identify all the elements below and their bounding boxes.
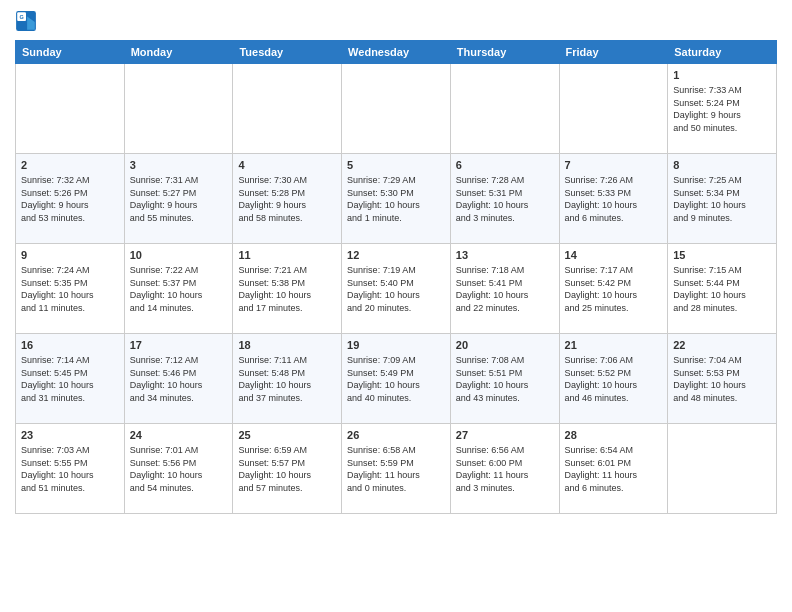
header: G (15, 10, 777, 32)
weekday-header-wednesday: Wednesday (342, 41, 451, 64)
day-info: Sunrise: 7:32 AM Sunset: 5:26 PM Dayligh… (21, 174, 119, 224)
day-number: 10 (130, 248, 228, 262)
day-info: Sunrise: 7:31 AM Sunset: 5:27 PM Dayligh… (130, 174, 228, 224)
calendar-cell: 10Sunrise: 7:22 AM Sunset: 5:37 PM Dayli… (124, 244, 233, 334)
day-number: 2 (21, 158, 119, 172)
calendar-cell: 19Sunrise: 7:09 AM Sunset: 5:49 PM Dayli… (342, 334, 451, 424)
calendar-cell (16, 64, 125, 154)
week-row-1: 1Sunrise: 7:33 AM Sunset: 5:24 PM Daylig… (16, 64, 777, 154)
day-info: Sunrise: 7:21 AM Sunset: 5:38 PM Dayligh… (238, 264, 336, 314)
calendar-cell: 28Sunrise: 6:54 AM Sunset: 6:01 PM Dayli… (559, 424, 668, 514)
day-number: 6 (456, 158, 554, 172)
calendar-cell: 8Sunrise: 7:25 AM Sunset: 5:34 PM Daylig… (668, 154, 777, 244)
day-info: Sunrise: 7:06 AM Sunset: 5:52 PM Dayligh… (565, 354, 663, 404)
day-info: Sunrise: 6:56 AM Sunset: 6:00 PM Dayligh… (456, 444, 554, 494)
day-number: 18 (238, 338, 336, 352)
day-info: Sunrise: 7:17 AM Sunset: 5:42 PM Dayligh… (565, 264, 663, 314)
day-info: Sunrise: 7:25 AM Sunset: 5:34 PM Dayligh… (673, 174, 771, 224)
weekday-header-saturday: Saturday (668, 41, 777, 64)
weekday-header-row: SundayMondayTuesdayWednesdayThursdayFrid… (16, 41, 777, 64)
calendar-cell: 13Sunrise: 7:18 AM Sunset: 5:41 PM Dayli… (450, 244, 559, 334)
day-number: 17 (130, 338, 228, 352)
calendar-cell (559, 64, 668, 154)
calendar: SundayMondayTuesdayWednesdayThursdayFrid… (15, 40, 777, 514)
calendar-cell: 15Sunrise: 7:15 AM Sunset: 5:44 PM Dayli… (668, 244, 777, 334)
day-info: Sunrise: 7:12 AM Sunset: 5:46 PM Dayligh… (130, 354, 228, 404)
page: G SundayMondayTuesdayWednesdayThursdayFr… (0, 0, 792, 612)
week-row-4: 16Sunrise: 7:14 AM Sunset: 5:45 PM Dayli… (16, 334, 777, 424)
logo: G (15, 10, 41, 32)
weekday-header-monday: Monday (124, 41, 233, 64)
logo-icon: G (15, 10, 37, 32)
day-number: 14 (565, 248, 663, 262)
week-row-5: 23Sunrise: 7:03 AM Sunset: 5:55 PM Dayli… (16, 424, 777, 514)
calendar-cell: 21Sunrise: 7:06 AM Sunset: 5:52 PM Dayli… (559, 334, 668, 424)
day-number: 20 (456, 338, 554, 352)
day-info: Sunrise: 7:09 AM Sunset: 5:49 PM Dayligh… (347, 354, 445, 404)
day-info: Sunrise: 7:26 AM Sunset: 5:33 PM Dayligh… (565, 174, 663, 224)
calendar-cell: 20Sunrise: 7:08 AM Sunset: 5:51 PM Dayli… (450, 334, 559, 424)
weekday-header-friday: Friday (559, 41, 668, 64)
day-info: Sunrise: 7:15 AM Sunset: 5:44 PM Dayligh… (673, 264, 771, 314)
calendar-cell: 17Sunrise: 7:12 AM Sunset: 5:46 PM Dayli… (124, 334, 233, 424)
day-number: 12 (347, 248, 445, 262)
day-number: 25 (238, 428, 336, 442)
day-number: 19 (347, 338, 445, 352)
calendar-cell: 25Sunrise: 6:59 AM Sunset: 5:57 PM Dayli… (233, 424, 342, 514)
day-info: Sunrise: 7:22 AM Sunset: 5:37 PM Dayligh… (130, 264, 228, 314)
day-info: Sunrise: 7:18 AM Sunset: 5:41 PM Dayligh… (456, 264, 554, 314)
day-number: 8 (673, 158, 771, 172)
calendar-cell: 7Sunrise: 7:26 AM Sunset: 5:33 PM Daylig… (559, 154, 668, 244)
svg-text:G: G (19, 14, 23, 20)
calendar-cell: 14Sunrise: 7:17 AM Sunset: 5:42 PM Dayli… (559, 244, 668, 334)
calendar-cell: 24Sunrise: 7:01 AM Sunset: 5:56 PM Dayli… (124, 424, 233, 514)
calendar-cell: 9Sunrise: 7:24 AM Sunset: 5:35 PM Daylig… (16, 244, 125, 334)
day-number: 23 (21, 428, 119, 442)
calendar-cell (668, 424, 777, 514)
day-number: 11 (238, 248, 336, 262)
calendar-cell: 27Sunrise: 6:56 AM Sunset: 6:00 PM Dayli… (450, 424, 559, 514)
day-number: 27 (456, 428, 554, 442)
calendar-cell: 22Sunrise: 7:04 AM Sunset: 5:53 PM Dayli… (668, 334, 777, 424)
calendar-cell (450, 64, 559, 154)
day-info: Sunrise: 6:54 AM Sunset: 6:01 PM Dayligh… (565, 444, 663, 494)
day-info: Sunrise: 7:33 AM Sunset: 5:24 PM Dayligh… (673, 84, 771, 134)
day-number: 7 (565, 158, 663, 172)
day-number: 5 (347, 158, 445, 172)
day-number: 28 (565, 428, 663, 442)
day-number: 24 (130, 428, 228, 442)
weekday-header-thursday: Thursday (450, 41, 559, 64)
day-info: Sunrise: 7:28 AM Sunset: 5:31 PM Dayligh… (456, 174, 554, 224)
calendar-cell: 4Sunrise: 7:30 AM Sunset: 5:28 PM Daylig… (233, 154, 342, 244)
week-row-3: 9Sunrise: 7:24 AM Sunset: 5:35 PM Daylig… (16, 244, 777, 334)
day-info: Sunrise: 7:29 AM Sunset: 5:30 PM Dayligh… (347, 174, 445, 224)
day-number: 9 (21, 248, 119, 262)
day-info: Sunrise: 6:58 AM Sunset: 5:59 PM Dayligh… (347, 444, 445, 494)
day-info: Sunrise: 7:04 AM Sunset: 5:53 PM Dayligh… (673, 354, 771, 404)
weekday-header-tuesday: Tuesday (233, 41, 342, 64)
day-number: 26 (347, 428, 445, 442)
day-info: Sunrise: 7:30 AM Sunset: 5:28 PM Dayligh… (238, 174, 336, 224)
calendar-cell: 5Sunrise: 7:29 AM Sunset: 5:30 PM Daylig… (342, 154, 451, 244)
day-info: Sunrise: 7:08 AM Sunset: 5:51 PM Dayligh… (456, 354, 554, 404)
day-info: Sunrise: 7:11 AM Sunset: 5:48 PM Dayligh… (238, 354, 336, 404)
day-info: Sunrise: 7:24 AM Sunset: 5:35 PM Dayligh… (21, 264, 119, 314)
day-number: 4 (238, 158, 336, 172)
day-number: 22 (673, 338, 771, 352)
week-row-2: 2Sunrise: 7:32 AM Sunset: 5:26 PM Daylig… (16, 154, 777, 244)
calendar-cell (233, 64, 342, 154)
day-info: Sunrise: 7:14 AM Sunset: 5:45 PM Dayligh… (21, 354, 119, 404)
day-number: 13 (456, 248, 554, 262)
calendar-cell: 12Sunrise: 7:19 AM Sunset: 5:40 PM Dayli… (342, 244, 451, 334)
calendar-cell: 23Sunrise: 7:03 AM Sunset: 5:55 PM Dayli… (16, 424, 125, 514)
day-number: 16 (21, 338, 119, 352)
calendar-cell: 18Sunrise: 7:11 AM Sunset: 5:48 PM Dayli… (233, 334, 342, 424)
calendar-cell: 2Sunrise: 7:32 AM Sunset: 5:26 PM Daylig… (16, 154, 125, 244)
calendar-cell: 3Sunrise: 7:31 AM Sunset: 5:27 PM Daylig… (124, 154, 233, 244)
calendar-cell: 6Sunrise: 7:28 AM Sunset: 5:31 PM Daylig… (450, 154, 559, 244)
day-info: Sunrise: 7:03 AM Sunset: 5:55 PM Dayligh… (21, 444, 119, 494)
day-info: Sunrise: 7:01 AM Sunset: 5:56 PM Dayligh… (130, 444, 228, 494)
calendar-cell (342, 64, 451, 154)
day-number: 3 (130, 158, 228, 172)
day-info: Sunrise: 7:19 AM Sunset: 5:40 PM Dayligh… (347, 264, 445, 314)
